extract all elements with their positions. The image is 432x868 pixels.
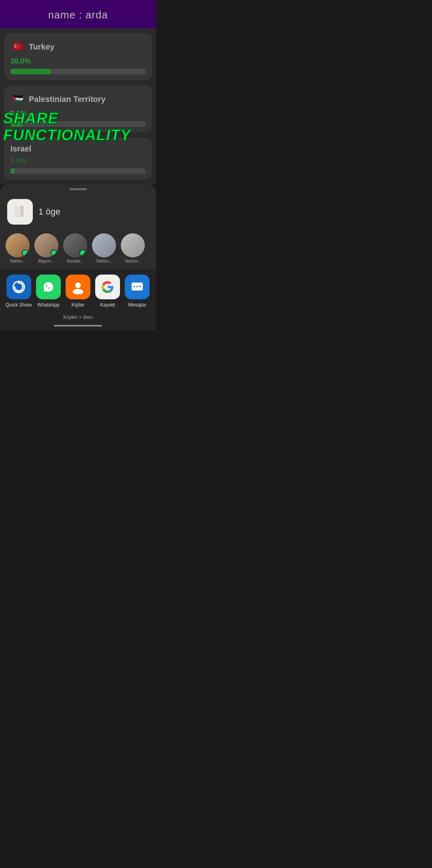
progress-bar-bg-israel	[10, 168, 146, 174]
bottom-sublabel: Kişiler > Ben	[0, 312, 156, 322]
share-file-icon	[7, 199, 33, 225]
whatsapp-dot-3	[79, 249, 86, 257]
flag-palestine: 🇵🇸	[10, 92, 25, 106]
contact-item-2[interactable]: Bayrım...	[32, 233, 61, 263]
app-item-kisiler[interactable]: Kişiler	[64, 275, 92, 308]
country-percent-turkey: 30.0%	[10, 57, 146, 66]
whatsapp-icon	[36, 275, 61, 299]
share-header: 1 öge	[0, 196, 156, 232]
contact-name-5: Telefon...	[125, 259, 141, 263]
app-label-quick-share: Quick Share	[6, 302, 32, 308]
app-item-whatsapp[interactable]: WhatsApp	[35, 275, 62, 308]
file-svg-icon	[13, 205, 27, 219]
mesajlar-icon	[125, 275, 150, 299]
country-header-turkey: 🇹🇷 Turkey	[10, 40, 146, 54]
contact-item-3[interactable]: Kontakt...	[61, 233, 90, 263]
progress-bar-fill-israel	[10, 168, 14, 174]
sheet-handle	[69, 188, 87, 190]
contact-avatar-4	[92, 233, 116, 257]
country-card-israel: Israel 3.0%	[4, 138, 152, 179]
country-header-israel: Israel	[10, 144, 146, 153]
contact-avatar-5	[121, 233, 145, 257]
contact-name-4: Telefon...	[96, 259, 112, 263]
bottom-sheet: 1 öge Telefon... Bayrım... Kontakt...	[0, 184, 156, 330]
kaydet-icon	[95, 275, 120, 299]
contact-avatar-3	[63, 233, 87, 257]
share-functionality-text: SHARE FUNCTIONALITY	[3, 110, 131, 143]
app-label-mesajlar: Mesajlar	[128, 302, 146, 308]
contact-avatar-2	[34, 233, 58, 257]
country-name-palestine: Palestinian Territory	[29, 95, 106, 104]
content-area: 🇹🇷 Turkey 30.0% 🇵🇸 Palestinian Territory…	[0, 28, 156, 184]
country-name-turkey: Turkey	[29, 42, 54, 52]
sub-label-text: Kişiler > Ben	[63, 314, 92, 320]
app-item-mesajlar[interactable]: Mesajlar	[124, 275, 151, 308]
app-item-kaydet[interactable]: Kaydet	[94, 275, 121, 308]
svg-point-9	[134, 286, 135, 287]
country-header-palestine: 🇵🇸 Palestinian Territory	[10, 92, 146, 106]
svg-point-10	[136, 286, 138, 287]
header: name : arda	[0, 0, 156, 28]
contact-avatar-1	[6, 233, 30, 257]
whatsapp-dot-2	[50, 249, 58, 257]
contact-name-3: Kontakt...	[67, 259, 84, 263]
whatsapp-dot-1	[22, 249, 29, 257]
contact-item-1[interactable]: Telefon...	[3, 233, 32, 263]
svg-point-11	[139, 286, 141, 287]
contact-item-4[interactable]: Telefon...	[90, 233, 118, 263]
progress-bar-fill-turkey	[10, 69, 51, 74]
svg-point-6	[75, 283, 81, 288]
country-percent-israel: 3.0%	[10, 157, 146, 165]
progress-bar-bg-turkey	[10, 69, 146, 74]
app-item-quick-share[interactable]: Quick Share	[5, 275, 32, 308]
svg-rect-1	[15, 206, 20, 217]
contact-name-2: Bayrım...	[38, 259, 54, 263]
quick-share-icon	[6, 275, 31, 299]
app-label-whatsapp: WhatsApp	[37, 302, 59, 308]
contact-name-1: Telefon...	[10, 259, 26, 263]
country-card-turkey: 🇹🇷 Turkey 30.0%	[4, 33, 152, 80]
share-item-label: 1 öge	[38, 207, 60, 217]
kisiler-icon	[66, 275, 90, 299]
contact-item-5[interactable]: Telefon...	[118, 233, 147, 263]
app-label-kaydet: Kaydet	[100, 302, 115, 308]
flag-turkey: 🇹🇷	[10, 40, 25, 54]
home-bar	[54, 325, 102, 326]
app-label-kisiler: Kişiler	[72, 302, 85, 308]
home-indicator	[0, 322, 156, 330]
header-title: name : arda	[48, 9, 108, 21]
apps-row: Quick Share WhatsApp Kişiler	[0, 269, 156, 312]
country-name-israel: Israel	[10, 144, 31, 153]
contacts-row[interactable]: Telefon... Bayrım... Kontakt... Telefon.…	[0, 232, 156, 269]
share-functionality-overlay: SHARE FUNCTIONALITY	[0, 110, 156, 144]
svg-point-7	[73, 289, 83, 294]
